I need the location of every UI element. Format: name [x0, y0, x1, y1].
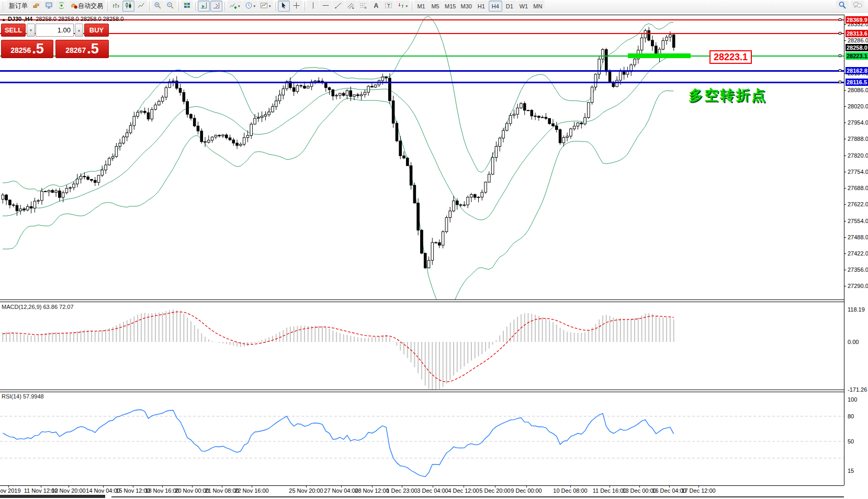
- period-button[interactable]: ▾: [243, 1, 258, 12]
- auto-scroll-button[interactable]: [198, 1, 210, 12]
- line-chart-button[interactable]: [135, 1, 147, 12]
- line-endpoint-marker[interactable]: [839, 81, 841, 83]
- candle-body: [147, 113, 150, 119]
- panel-separator[interactable]: [0, 300, 844, 300]
- timeframe-h4-button[interactable]: H4: [489, 1, 502, 12]
- candle-body: [456, 201, 458, 205]
- horizontal-line-button[interactable]: [320, 1, 332, 12]
- candle-body: [367, 86, 370, 92]
- price-annotation-box[interactable]: 28223.1: [709, 50, 752, 64]
- candle-body: [573, 126, 576, 129]
- candle-body: [640, 38, 643, 50]
- fibonacci-button[interactable]: F: [357, 1, 369, 12]
- zoom-in-button[interactable]: [152, 1, 164, 12]
- cursor-button[interactable]: [278, 1, 290, 12]
- sell-button[interactable]: SELL: [1, 24, 26, 37]
- dropdown-caret-icon: ▾: [238, 4, 240, 8]
- macd-axis-label: 0.00: [848, 339, 859, 345]
- price-level-label: 28369.9: [846, 16, 868, 24]
- zoom-out-button[interactable]: [164, 1, 176, 12]
- green-highlight-bar[interactable]: [628, 53, 691, 58]
- history-center-button[interactable]: [30, 1, 42, 12]
- search-button[interactable]: [836, 1, 849, 12]
- toolbar-drag-handle[interactable]: [3, 2, 5, 10]
- timeframe-w1-button[interactable]: W1: [517, 1, 531, 12]
- macd-panel[interactable]: [0, 302, 844, 390]
- horizontal-scrollbar-track[interactable]: [111, 496, 844, 497]
- line-endpoint-marker[interactable]: [839, 18, 841, 21]
- candle-body: [552, 124, 555, 126]
- template-button[interactable]: ▾: [258, 1, 273, 12]
- candle-body: [143, 111, 146, 113]
- chart-shift-button[interactable]: [210, 1, 222, 12]
- price-level-line-blue[interactable]: [0, 70, 844, 72]
- panel-separator[interactable]: [0, 390, 844, 390]
- candle-body: [232, 140, 235, 143]
- toolbar-separator: [107, 2, 108, 11]
- chat-button[interactable]: [851, 1, 864, 12]
- panel-separator[interactable]: [0, 392, 844, 392]
- signal-button[interactable]: [55, 1, 67, 12]
- equidistant-channel-button[interactable]: E: [345, 1, 357, 12]
- price-level-line-red[interactable]: [0, 19, 844, 20]
- candle-body: [357, 95, 359, 96]
- volume-decrease-button[interactable]: ▾: [27, 24, 35, 37]
- add-indicator-button[interactable]: ▾: [227, 1, 242, 12]
- candle-body: [307, 86, 310, 88]
- timeframe-m30-button[interactable]: M30: [458, 1, 474, 12]
- tile-windows-button[interactable]: [181, 1, 193, 12]
- text-label-button[interactable]: T: [382, 1, 394, 12]
- volume-input[interactable]: [36, 24, 74, 37]
- clock-icon: [245, 2, 253, 11]
- candle-body: [566, 136, 569, 138]
- chinese-annotation[interactable]: 多空转折点: [689, 86, 767, 105]
- time-axis-label: 11 Dec 16:00: [593, 487, 627, 494]
- candlestick-chart-icon: [125, 2, 132, 11]
- trendline-button[interactable]: [332, 1, 344, 12]
- price-axis-label: 27622.0: [848, 201, 868, 207]
- candle-body: [364, 92, 366, 95]
- time-axis-label: 5 Dec 20:00: [479, 487, 510, 494]
- timeframe-h1-button[interactable]: H1: [475, 1, 488, 12]
- timeframe-m5-button[interactable]: M5: [429, 1, 442, 12]
- price-axis-label: 28086.0: [848, 87, 868, 93]
- candle-body: [193, 118, 196, 126]
- timeframe-m15-button[interactable]: M15: [443, 1, 458, 12]
- auto-trading-button[interactable]: 自动交易: [68, 1, 105, 12]
- candle-body: [442, 232, 444, 246]
- buy-price-box[interactable]: 28267.5: [55, 40, 109, 58]
- line-endpoint-marker[interactable]: [839, 69, 841, 72]
- candle-body: [548, 118, 551, 124]
- sell-price-box[interactable]: 28256.5: [1, 40, 53, 58]
- macd-axis-label: -171.26: [848, 386, 867, 393]
- rsi-panel[interactable]: [0, 392, 844, 485]
- collapse-icon[interactable]: ▲: [2, 17, 6, 22]
- arrows-button[interactable]: ▾: [395, 1, 410, 12]
- panel-separator[interactable]: [0, 302, 844, 302]
- crosshair-button[interactable]: [290, 1, 302, 12]
- timeframe-m1-button[interactable]: M1: [414, 1, 428, 12]
- horizontal-scrollbar-thumb[interactable]: [0, 495, 105, 498]
- new-order-button[interactable]: 新订单: [7, 1, 30, 12]
- candle-body: [435, 242, 437, 243]
- candle-body: [662, 40, 664, 49]
- market-watch-button[interactable]: [43, 1, 55, 12]
- bar-chart-button[interactable]: [110, 1, 122, 12]
- candle-body: [165, 87, 167, 97]
- price-level-line-red[interactable]: [0, 33, 844, 34]
- vertical-line-button[interactable]: [307, 1, 319, 12]
- candle-body: [243, 138, 245, 145]
- line-endpoint-marker[interactable]: [839, 54, 841, 57]
- line-endpoint-marker[interactable]: [839, 32, 841, 35]
- text-button[interactable]: A: [370, 1, 382, 12]
- auto-trading-label: 自动交易: [78, 2, 103, 10]
- volume-increase-button[interactable]: ▴: [75, 24, 83, 37]
- buy-button[interactable]: BUY: [84, 24, 109, 37]
- timeframe-d1-button[interactable]: D1: [503, 1, 516, 12]
- price-level-line-blue[interactable]: [0, 82, 844, 83]
- candle-body: [222, 135, 224, 136]
- candle-body: [651, 40, 654, 46]
- candlestick-chart-button[interactable]: [122, 1, 134, 12]
- timeframe-mn-button[interactable]: MN: [531, 1, 545, 12]
- price-axis-label: 27356.0: [848, 267, 868, 273]
